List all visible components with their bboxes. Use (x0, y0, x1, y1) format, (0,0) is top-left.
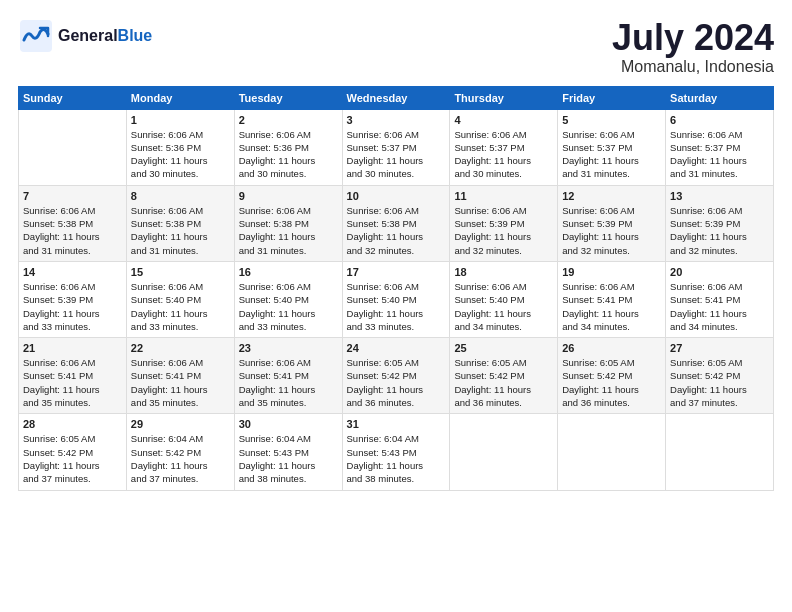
day-number: 3 (347, 114, 446, 126)
cell-line: and 36 minutes. (454, 397, 522, 408)
cell-line: Sunset: 5:39 PM (454, 218, 524, 229)
cell-line: Daylight: 11 hours (239, 308, 316, 319)
calendar-cell: 9Sunrise: 6:06 AMSunset: 5:38 PMDaylight… (234, 185, 342, 261)
day-number: 23 (239, 342, 338, 354)
cell-content: Sunrise: 6:06 AMSunset: 5:37 PMDaylight:… (347, 128, 446, 181)
cell-content: Sunrise: 6:04 AMSunset: 5:43 PMDaylight:… (239, 432, 338, 485)
day-number: 11 (454, 190, 553, 202)
cell-line: and 30 minutes. (347, 168, 415, 179)
day-header-sunday: Sunday (19, 86, 127, 109)
cell-line: and 31 minutes. (670, 168, 738, 179)
cell-line: Daylight: 11 hours (131, 460, 208, 471)
cell-line: and 32 minutes. (347, 245, 415, 256)
calendar-cell: 27Sunrise: 6:05 AMSunset: 5:42 PMDayligh… (666, 338, 774, 414)
cell-line: and 34 minutes. (454, 321, 522, 332)
cell-line: Sunset: 5:40 PM (454, 294, 524, 305)
day-number: 12 (562, 190, 661, 202)
cell-line: Sunset: 5:42 PM (23, 447, 93, 458)
day-header-thursday: Thursday (450, 86, 558, 109)
day-number: 24 (347, 342, 446, 354)
cell-line: Daylight: 11 hours (454, 231, 531, 242)
cell-line: Sunrise: 6:04 AM (239, 433, 311, 444)
header: GeneralBlue July 2024 Momanalu, Indonesi… (18, 18, 774, 76)
day-number: 31 (347, 418, 446, 430)
cell-line: Sunset: 5:42 PM (131, 447, 201, 458)
cell-line: Sunset: 5:39 PM (670, 218, 740, 229)
calendar-cell: 3Sunrise: 6:06 AMSunset: 5:37 PMDaylight… (342, 109, 450, 185)
calendar-cell: 25Sunrise: 6:05 AMSunset: 5:42 PMDayligh… (450, 338, 558, 414)
day-number: 7 (23, 190, 122, 202)
calendar-cell: 30Sunrise: 6:04 AMSunset: 5:43 PMDayligh… (234, 414, 342, 490)
cell-line: Daylight: 11 hours (347, 384, 424, 395)
calendar-cell: 21Sunrise: 6:06 AMSunset: 5:41 PMDayligh… (19, 338, 127, 414)
cell-content: Sunrise: 6:05 AMSunset: 5:42 PMDaylight:… (347, 356, 446, 409)
cell-line: and 37 minutes. (670, 397, 738, 408)
cell-line: Sunrise: 6:05 AM (454, 357, 526, 368)
day-number: 30 (239, 418, 338, 430)
calendar-cell: 18Sunrise: 6:06 AMSunset: 5:40 PMDayligh… (450, 261, 558, 337)
calendar-cell: 31Sunrise: 6:04 AMSunset: 5:43 PMDayligh… (342, 414, 450, 490)
calendar-cell: 28Sunrise: 6:05 AMSunset: 5:42 PMDayligh… (19, 414, 127, 490)
cell-line: Sunset: 5:41 PM (23, 370, 93, 381)
week-row-3: 21Sunrise: 6:06 AMSunset: 5:41 PMDayligh… (19, 338, 774, 414)
calendar-cell (19, 109, 127, 185)
cell-content: Sunrise: 6:05 AMSunset: 5:42 PMDaylight:… (454, 356, 553, 409)
cell-line: and 30 minutes. (131, 168, 199, 179)
cell-line: Daylight: 11 hours (454, 155, 531, 166)
cell-line: Daylight: 11 hours (562, 155, 639, 166)
logo-general: General (58, 27, 118, 44)
day-header-friday: Friday (558, 86, 666, 109)
cell-line: Sunset: 5:40 PM (347, 294, 417, 305)
cell-line: Sunrise: 6:06 AM (131, 129, 203, 140)
calendar-cell (450, 414, 558, 490)
cell-line: Sunrise: 6:06 AM (239, 205, 311, 216)
day-number: 16 (239, 266, 338, 278)
cell-line: Sunset: 5:41 PM (670, 294, 740, 305)
cell-line: and 32 minutes. (454, 245, 522, 256)
cell-line: and 33 minutes. (23, 321, 91, 332)
cell-line: and 31 minutes. (562, 168, 630, 179)
cell-line: Daylight: 11 hours (239, 460, 316, 471)
cell-line: Daylight: 11 hours (239, 155, 316, 166)
cell-line: Sunrise: 6:04 AM (347, 433, 419, 444)
cell-content: Sunrise: 6:06 AMSunset: 5:41 PMDaylight:… (239, 356, 338, 409)
cell-content: Sunrise: 6:06 AMSunset: 5:38 PMDaylight:… (23, 204, 122, 257)
cell-content: Sunrise: 6:06 AMSunset: 5:37 PMDaylight:… (670, 128, 769, 181)
cell-line: and 31 minutes. (131, 245, 199, 256)
cell-line: Sunset: 5:37 PM (347, 142, 417, 153)
calendar-cell: 7Sunrise: 6:06 AMSunset: 5:38 PMDaylight… (19, 185, 127, 261)
cell-content: Sunrise: 6:06 AMSunset: 5:39 PMDaylight:… (454, 204, 553, 257)
cell-content: Sunrise: 6:04 AMSunset: 5:42 PMDaylight:… (131, 432, 230, 485)
day-number: 4 (454, 114, 553, 126)
day-number: 13 (670, 190, 769, 202)
calendar-cell: 16Sunrise: 6:06 AMSunset: 5:40 PMDayligh… (234, 261, 342, 337)
cell-line: and 33 minutes. (347, 321, 415, 332)
cell-line: Sunrise: 6:06 AM (670, 129, 742, 140)
logo: GeneralBlue (18, 18, 152, 54)
cell-line: and 31 minutes. (23, 245, 91, 256)
calendar-cell: 2Sunrise: 6:06 AMSunset: 5:36 PMDaylight… (234, 109, 342, 185)
cell-line: and 33 minutes. (239, 321, 307, 332)
cell-line: Sunrise: 6:04 AM (131, 433, 203, 444)
subtitle: Momanalu, Indonesia (612, 58, 774, 76)
day-number: 20 (670, 266, 769, 278)
cell-line: Sunrise: 6:06 AM (131, 205, 203, 216)
cell-line: Sunset: 5:40 PM (239, 294, 309, 305)
day-header-wednesday: Wednesday (342, 86, 450, 109)
cell-line: Daylight: 11 hours (562, 384, 639, 395)
cell-line: Daylight: 11 hours (670, 308, 747, 319)
cell-line: and 33 minutes. (131, 321, 199, 332)
cell-content: Sunrise: 6:06 AMSunset: 5:38 PMDaylight:… (239, 204, 338, 257)
cell-content: Sunrise: 6:06 AMSunset: 5:40 PMDaylight:… (239, 280, 338, 333)
cell-line: Sunset: 5:36 PM (131, 142, 201, 153)
cell-content: Sunrise: 6:06 AMSunset: 5:40 PMDaylight:… (347, 280, 446, 333)
cell-line: Sunrise: 6:06 AM (454, 281, 526, 292)
cell-line: Sunset: 5:38 PM (131, 218, 201, 229)
cell-content: Sunrise: 6:06 AMSunset: 5:37 PMDaylight:… (454, 128, 553, 181)
cell-line: Daylight: 11 hours (131, 231, 208, 242)
cell-line: Daylight: 11 hours (23, 460, 100, 471)
cell-line: and 36 minutes. (347, 397, 415, 408)
cell-line: Sunrise: 6:06 AM (670, 205, 742, 216)
cell-content: Sunrise: 6:06 AMSunset: 5:39 PMDaylight:… (562, 204, 661, 257)
week-row-0: 1Sunrise: 6:06 AMSunset: 5:36 PMDaylight… (19, 109, 774, 185)
